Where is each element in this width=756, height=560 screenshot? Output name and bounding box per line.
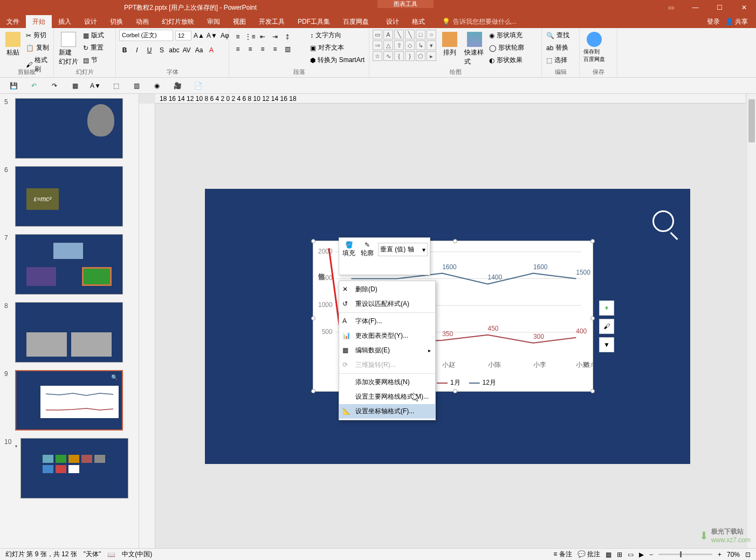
tab-view[interactable]: 视图	[226, 15, 252, 28]
text-direction-button[interactable]: ↕文字方向	[309, 30, 366, 41]
slide-thumbnail-9[interactable]: 9 🔍	[2, 368, 136, 433]
paste-button[interactable]: 粘贴	[3, 30, 23, 59]
shape-brace-icon[interactable]: {	[394, 51, 404, 61]
slideshow-view-button[interactable]: ▶	[639, 551, 644, 558]
line-spacing-button[interactable]: ‡	[282, 31, 293, 42]
shape-arrow2-icon[interactable]: ⇧	[394, 40, 404, 50]
bullets-button[interactable]: ≡	[232, 31, 243, 42]
zoom-in-button[interactable]: +	[718, 551, 721, 558]
mini-outline-button[interactable]: ✎ 轮廓	[360, 240, 375, 259]
cut-button[interactable]: ✂剪切	[25, 30, 50, 41]
slide-thumbnail-6[interactable]: 6 ε=mc²	[2, 164, 136, 229]
replace-button[interactable]: ab替换	[545, 42, 571, 53]
spell-check-icon[interactable]: 📖	[107, 551, 115, 558]
new-slide-button[interactable]: 新建 幻灯片	[57, 30, 80, 69]
shape-text-icon[interactable]: A	[383, 30, 393, 39]
shape-outline-button[interactable]: ◯形状轮廓	[488, 42, 525, 53]
qat-icon-2[interactable]: A▼	[90, 80, 101, 91]
notes-button[interactable]: ≡ 备注	[553, 550, 572, 559]
shape-line-icon[interactable]: ╲	[394, 30, 404, 39]
font-name-select[interactable]: Corbel (正文)	[119, 30, 173, 41]
tab-chart-format[interactable]: 格式	[406, 15, 431, 28]
decrease-indent-button[interactable]: ⇤	[257, 31, 268, 42]
sorter-view-button[interactable]: ⊞	[617, 551, 622, 558]
shape-diamond-icon[interactable]: ◇	[405, 40, 415, 50]
copy-button[interactable]: 📋复制	[25, 42, 50, 53]
resize-handle[interactable]	[590, 389, 595, 393]
shape-effects-button[interactable]: ◐形状效果	[488, 54, 525, 66]
resize-handle[interactable]	[453, 239, 457, 243]
resize-handle[interactable]	[590, 316, 595, 320]
clear-format-button[interactable]: Aφ	[219, 30, 230, 41]
resize-handle[interactable]	[311, 239, 315, 243]
tab-chart-design[interactable]: 设计	[380, 15, 406, 28]
shape-circle-icon[interactable]: ○	[427, 30, 436, 39]
shape-expand-icon[interactable]: ▸	[427, 51, 436, 61]
resize-handle[interactable]	[311, 389, 315, 393]
zoom-slider[interactable]	[658, 554, 712, 555]
fit-window-button[interactable]: ⊡	[745, 551, 751, 558]
font-color-button[interactable]: A	[206, 45, 217, 56]
qat-icon-5[interactable]: ◉	[152, 80, 162, 91]
reading-view-button[interactable]: ▭	[628, 551, 634, 558]
menu-edit-data[interactable]: ▦编辑数据(E)▸	[339, 343, 435, 358]
chart-filter-button[interactable]: ▼	[599, 337, 614, 352]
resize-handle[interactable]	[311, 316, 315, 320]
shadow-button[interactable]: abc	[169, 45, 180, 56]
shape-tri-icon[interactable]: △	[383, 40, 393, 50]
smartart-button[interactable]: ⬢转换为 SmartArt	[309, 54, 366, 66]
slide-counter[interactable]: 幻灯片 第 9 张，共 12 张	[5, 550, 77, 559]
tab-insert[interactable]: 插入	[52, 15, 78, 28]
axis-dropdown[interactable]: 垂直 (值) 轴 ▾	[378, 243, 428, 256]
tab-animation[interactable]: 动画	[129, 15, 155, 28]
normal-view-button[interactable]: ▦	[606, 551, 611, 558]
slide-thumbnail-5[interactable]: 5	[2, 96, 136, 161]
layout-button[interactable]: ▦版式	[82, 30, 105, 41]
tab-slideshow[interactable]: 幻灯片放映	[155, 15, 201, 28]
shape-more-icon[interactable]: ▾	[427, 40, 436, 50]
slide-editor[interactable]: 18 16 14 12 10 8 6 4 2 0 2 4 6 8 10 12 1…	[139, 94, 756, 548]
chart-styles-button[interactable]: 🖌	[599, 319, 614, 334]
tab-design[interactable]: 设计	[78, 15, 104, 28]
shape-star-icon[interactable]: ☆	[373, 51, 382, 61]
spacing-button[interactable]: AV	[181, 45, 192, 56]
shape-arrow-icon[interactable]: ⇨	[373, 40, 382, 50]
menu-axis-format[interactable]: 📐设置坐标轴格式(F)...	[339, 404, 435, 419]
shape-conn-icon[interactable]: ↳	[416, 40, 425, 50]
slide-thumbnail-7[interactable]: 7	[2, 232, 136, 297]
menu-font[interactable]: A字体(F)...	[339, 314, 435, 329]
arrange-button[interactable]: 排列	[438, 30, 461, 59]
shape-fill-button[interactable]: ◉形状填充	[488, 30, 525, 41]
login-link[interactable]: 登录	[707, 17, 720, 26]
minimize-button[interactable]: —	[683, 0, 707, 15]
save-baidu-button[interactable]: 保存到 百度网盘	[583, 30, 606, 65]
align-right-button[interactable]: ≡	[257, 44, 268, 54]
slide-thumbnail-8[interactable]: 8	[2, 300, 136, 365]
ribbon-options-icon[interactable]: ▭	[659, 0, 683, 15]
select-button[interactable]: ⬚选择	[545, 54, 571, 66]
tab-review[interactable]: 审阅	[201, 15, 226, 28]
menu-reset-style[interactable]: ↺重设以匹配样式(A)	[339, 297, 435, 311]
numbering-button[interactable]: ⋮≡	[245, 31, 256, 42]
justify-button[interactable]: ≡	[270, 44, 280, 54]
shrink-font-button[interactable]: A▼	[207, 30, 217, 41]
resize-handle[interactable]	[590, 239, 595, 243]
menu-major-gridlines-format[interactable]: 设置主要网格线格式(M)...	[339, 390, 435, 404]
share-button[interactable]: 👤 共享	[725, 17, 748, 26]
shape-rect-icon[interactable]: ▭	[373, 30, 382, 39]
slide-canvas[interactable]: 销售额 2000 1500 1000 500 1500 1500 1600 14…	[205, 189, 690, 464]
shapes-gallery[interactable]: ▭ A ╲ ╲ □ ○ ⇨ △ ⇧ ◇ ↳ ▾ ☆ ∿ { } ⬠ ▸	[373, 30, 436, 61]
shape-brace2-icon[interactable]: }	[405, 51, 415, 61]
case-button[interactable]: Aa	[194, 45, 204, 56]
tab-baidu[interactable]: 百度网盘	[336, 15, 375, 28]
redo-button[interactable]: ↷	[49, 80, 60, 91]
shape-x1-icon[interactable]: ⬠	[416, 51, 425, 61]
shape-line2-icon[interactable]: ╲	[405, 30, 415, 39]
strike-button[interactable]: S	[156, 45, 167, 56]
tab-home[interactable]: 开始	[26, 15, 52, 28]
mini-fill-button[interactable]: 🪣 填充	[341, 240, 356, 259]
align-center-button[interactable]: ≡	[245, 44, 256, 54]
grow-font-button[interactable]: A▲	[194, 30, 204, 41]
qat-icon-6[interactable]: 🎥	[172, 80, 183, 91]
menu-add-minor-gridlines[interactable]: 添加次要网格线(N)	[339, 375, 435, 390]
